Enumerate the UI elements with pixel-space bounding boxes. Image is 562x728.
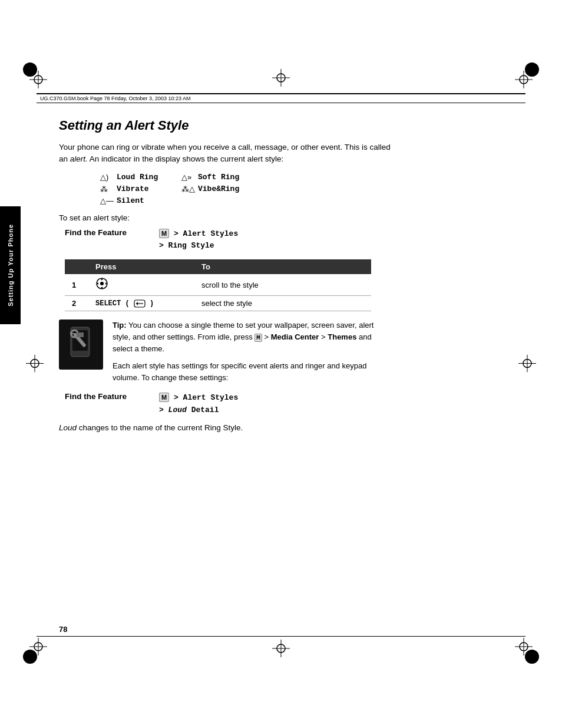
find-feature-value-1: M > Alert Styles > Ring Style [159,228,238,253]
alert-styles-grid: △) Loud Ring △» Soft Ring ⁂ Vibrate ⁂△ V… [100,173,527,205]
loud-changes-rest: changes to the name of the current Ring … [77,423,243,432]
find-feature-label-1: Find the Feature [65,228,159,237]
label-loud-ring: Loud Ring [117,173,181,182]
find-feature2-value-line2: > Loud Detail [159,404,238,417]
reg-mark-tc [272,69,290,87]
svg-marker-30 [136,302,138,305]
loud-changes-text: Loud changes to the name of the current … [59,423,527,432]
svg-point-15 [525,650,539,664]
icon-soft-ring: △» [181,173,198,182]
bottom-border-line [37,636,525,637]
corner-circle-tr [524,62,540,77]
row2-num: 2 [65,296,88,311]
find-feature-2: Find the Feature M > Alert Styles > Loud… [65,392,527,417]
tip-icon-box [59,319,103,370]
row2-press: SELECT ( ) [88,296,194,311]
label-vibrate: Vibrate [117,185,181,193]
row1-to: scroll to the style [194,274,371,296]
row2-to: select the style [194,296,371,311]
menu-icon-1: M [159,229,169,238]
label-soft-ring: Soft Ring [198,173,263,182]
side-tab-text: Setting Up Your Phone [7,224,14,307]
icon-vibering: ⁂△ [181,185,198,193]
page-title: Setting an Alert Style [59,118,527,133]
col-header-to: To [194,259,371,274]
page-number: 78 [59,625,67,634]
intro-paragraph: Your phone can ring or vibrate when you … [59,141,401,166]
label-silent: Silent [117,196,181,205]
icon-loud-ring: △) [100,173,117,182]
row1-press [88,274,194,296]
scroll-icon [95,277,108,290]
find-feature2-value-line1: > Alert Styles [174,393,238,402]
svg-point-7 [525,62,539,77]
menu-icon-2: M [159,393,169,402]
main-content: Setting an Alert Style Your phone can ri… [59,118,527,628]
table-row-2: 2 SELECT ( ) select the style [65,296,371,311]
svg-point-14 [23,650,37,664]
select-button-icon [134,299,146,308]
col-header-num [65,259,88,274]
side-tab: Setting Up Your Phone [0,206,21,324]
intro-text2: An indicator in the display shows the cu… [90,154,283,163]
svg-point-6 [23,62,37,77]
instruction-text: To set an alert style: [59,213,527,222]
tip-text-block: Tip: You can choose a single theme to se… [113,319,389,384]
table-row-1: 1 scroll to the style [65,274,371,296]
find-feature-value-2: M > Alert Styles > Loud Detail [159,392,238,417]
reg-mark-ml [26,354,44,372]
corner-circle-br [524,649,540,664]
col-header-press: Press [88,259,194,274]
icon-silent: △— [100,196,117,205]
icon-vibrate: ⁂ [100,185,117,193]
svg-point-23 [100,282,104,285]
tip-paragraph: Tip: You can choose a single theme to se… [113,319,384,355]
tip-menu-icon: M [254,334,262,342]
corner-circle-tl [22,62,38,77]
wrench-icon [65,324,97,365]
header-bar: UG.C370.GSM.book Page 78 Friday, October… [37,94,525,103]
row1-num: 1 [65,274,88,296]
reg-mark-mr [518,354,536,372]
reg-mark-bc [272,640,290,657]
find-feature-1: Find the Feature M > Alert Styles > Ring… [65,228,527,253]
svg-rect-36 [77,332,84,337]
intro-alert: alert. [70,154,88,163]
tip-section: Tip: You can choose a single theme to se… [59,319,527,384]
tip-label: Tip: [113,321,127,330]
header-file-info: UG.C370.GSM.book Page 78 Friday, October… [40,95,190,101]
find-feature-label-2: Find the Feature [65,392,159,401]
corner-circle-bl [22,649,38,664]
find-feature-value-line2: > Ring Style [159,240,238,252]
press-to-table: Press To 1 scroll to the style [65,259,371,311]
loud-word: Loud [59,423,77,432]
find-feature-value-line1: > Alert Styles [174,229,238,238]
each-alert-text: Each alert style has settings for specif… [113,360,389,384]
label-vibering: Vibe&Ring [198,185,263,193]
